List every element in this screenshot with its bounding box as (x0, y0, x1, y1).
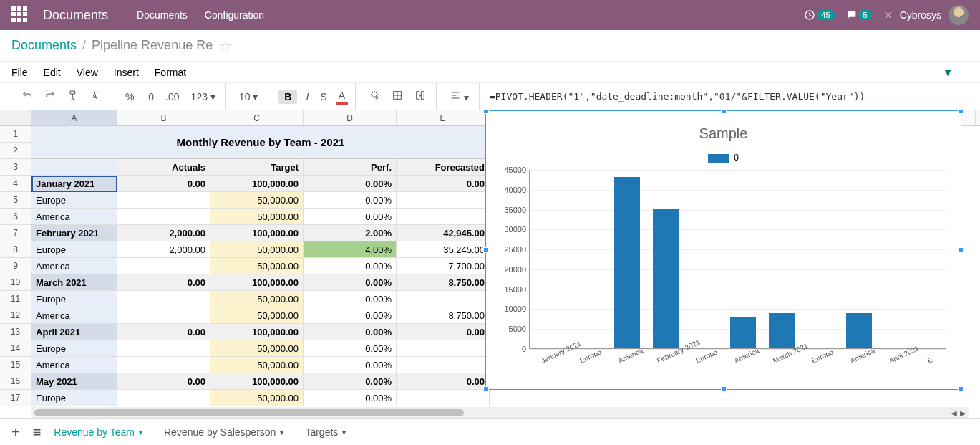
menu-view[interactable]: View (77, 67, 98, 78)
avatar[interactable] (949, 5, 969, 25)
nav-documents[interactable]: Documents (137, 9, 188, 21)
font-size-dropdown[interactable]: 10 ▾ (236, 90, 261, 104)
row-header[interactable]: 10 (0, 274, 31, 291)
inc-dec-button[interactable]: .00 (162, 90, 182, 104)
percent-button[interactable]: % (122, 90, 137, 104)
table-header[interactable]: Target (210, 159, 304, 176)
cell[interactable] (397, 209, 490, 225)
cell[interactable]: 0.00 (117, 274, 210, 291)
cell[interactable] (117, 307, 210, 324)
breadcrumb-root[interactable]: Documents (11, 38, 77, 53)
cell[interactable]: 100,000.00 (210, 373, 304, 390)
cell[interactable]: 0.00 (117, 373, 210, 390)
cell[interactable]: 2.00% (304, 225, 397, 241)
cell[interactable]: 35,245.00 (397, 241, 490, 258)
row-header[interactable]: 3 (0, 159, 31, 176)
horizontal-scrollbar[interactable]: ◀▶ (31, 407, 969, 418)
cell[interactable]: 50,000.00 (210, 357, 304, 373)
cell[interactable] (117, 258, 210, 274)
fill-color-button[interactable] (366, 88, 383, 105)
cell[interactable]: Europe (31, 291, 117, 307)
row-header[interactable]: 6 (0, 209, 31, 225)
row-header[interactable]: 15 (0, 357, 31, 373)
dec-dec-button[interactable]: .0 (142, 90, 157, 104)
cell[interactable]: 50,000.00 (210, 307, 304, 324)
cell[interactable]: 100,000.00 (210, 176, 304, 192)
align-dropdown[interactable]: ▾ (447, 88, 472, 105)
cell[interactable]: 0.00% (304, 176, 397, 192)
cell[interactable]: March 2021 (31, 274, 117, 291)
tab-targets[interactable]: Targets▾ (305, 426, 346, 438)
activity-indicator[interactable]: 45 (804, 9, 834, 21)
favorite-star-icon[interactable]: ☆ (219, 37, 232, 54)
cell[interactable] (117, 291, 210, 307)
cell[interactable] (397, 390, 490, 406)
nav-configuration[interactable]: Configuration (205, 9, 264, 21)
cell[interactable]: May 2021 (31, 373, 117, 390)
add-sheet-button[interactable]: + (11, 424, 20, 441)
cell[interactable]: 50,000.00 (210, 291, 304, 307)
col-header-B[interactable]: B (117, 110, 210, 125)
table-header[interactable]: Perf. (304, 159, 397, 176)
row-header[interactable]: 9 (0, 258, 31, 274)
user-name[interactable]: Cybrosys (900, 9, 941, 21)
row-header[interactable]: 4 (0, 176, 31, 192)
strike-button[interactable]: S (317, 90, 329, 104)
row-header[interactable]: 11 (0, 291, 31, 307)
row-header[interactable]: 16 (0, 373, 31, 390)
cell[interactable] (117, 357, 210, 373)
apps-icon[interactable] (11, 6, 29, 24)
table-header[interactable] (31, 159, 117, 176)
clear-format-button[interactable] (87, 88, 105, 105)
menu-file[interactable]: File (11, 67, 28, 78)
cell[interactable]: Europe (31, 241, 117, 258)
cell[interactable]: 100,000.00 (210, 225, 304, 241)
cell[interactable]: Europe (31, 192, 117, 209)
close-icon[interactable]: ✕ (883, 9, 893, 22)
cell[interactable]: 0.00% (304, 209, 397, 225)
cell[interactable]: 0.00% (304, 192, 397, 209)
cell[interactable]: 50,000.00 (210, 340, 304, 357)
cell[interactable] (117, 192, 210, 209)
redo-button[interactable] (42, 88, 59, 105)
cell[interactable]: America (31, 209, 117, 225)
row-header[interactable]: 2 (0, 143, 31, 159)
paint-format-button[interactable] (64, 88, 82, 105)
menu-edit[interactable]: Edit (44, 67, 61, 78)
cell[interactable]: 2,000.00 (117, 225, 210, 241)
cell[interactable]: 2,000.00 (117, 241, 210, 258)
cell[interactable] (117, 390, 210, 406)
cell[interactable]: America (31, 307, 117, 324)
cell[interactable]: 0.00 (117, 324, 210, 340)
cell[interactable]: April 2021 (31, 324, 117, 340)
cell[interactable] (397, 291, 490, 307)
cell[interactable]: 8,750.00 (397, 307, 490, 324)
cell[interactable]: 0.00 (397, 373, 490, 390)
cell[interactable] (397, 192, 490, 209)
cell[interactable] (397, 340, 490, 357)
sheet-list-button[interactable]: ≡ (33, 424, 42, 441)
cell[interactable]: 0.00% (304, 373, 397, 390)
cell[interactable]: 0.00% (304, 258, 397, 274)
cell[interactable]: 0.00% (304, 291, 397, 307)
menu-format[interactable]: Format (155, 67, 186, 78)
cell[interactable]: 0.00% (304, 274, 397, 291)
cell[interactable] (117, 209, 210, 225)
row-header[interactable]: 17 (0, 390, 31, 406)
sheet-title-cell[interactable]: Monthly Revenue by Team - 2021 (31, 126, 490, 159)
cell[interactable]: 50,000.00 (210, 390, 304, 406)
cell[interactable]: America (31, 258, 117, 274)
merge-button[interactable] (412, 88, 429, 105)
cell[interactable]: 4.00% (304, 241, 397, 258)
table-header[interactable]: Actuals (117, 159, 210, 176)
cell[interactable]: 0.00% (304, 340, 397, 357)
row-header[interactable]: 1 (0, 126, 31, 143)
cell[interactable]: 0.00% (304, 307, 397, 324)
cell[interactable]: 42,945.00 (397, 225, 490, 241)
chart-object[interactable]: Sample 0 0500010000150002000025000300003… (485, 110, 961, 390)
cell[interactable]: 50,000.00 (210, 209, 304, 225)
cell[interactable] (397, 357, 490, 373)
cell[interactable]: Europe (31, 390, 117, 406)
cell[interactable]: America (31, 357, 117, 373)
row-header[interactable]: 13 (0, 324, 31, 340)
